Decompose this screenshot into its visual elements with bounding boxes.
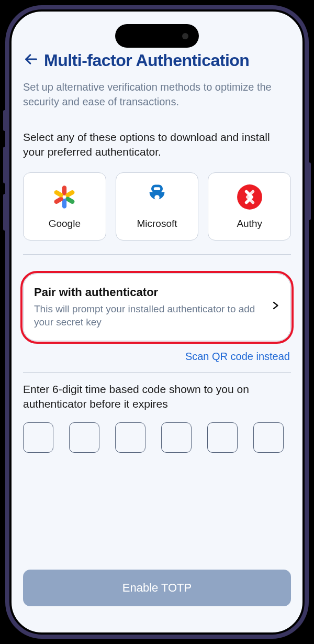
microsoft-authenticator-icon	[143, 183, 171, 211]
divider	[23, 372, 291, 373]
code-digit-input[interactable]	[253, 422, 284, 453]
apps-prompt: Select any of these options to download …	[23, 130, 291, 160]
app-name-label: Google	[49, 218, 81, 230]
svg-rect-7	[152, 186, 161, 192]
page-title: Multi-factor Authentication	[44, 51, 249, 70]
authenticator-apps-row: Google Microsoft	[23, 172, 291, 241]
svg-point-10	[237, 184, 262, 210]
google-authenticator-card[interactable]: Google	[23, 172, 106, 241]
code-prompt: Enter 6-digit time based code shown to y…	[23, 382, 291, 412]
code-digit-input[interactable]	[207, 422, 238, 453]
phone-screen: Multi-factor Authentication Set up alter…	[9, 9, 305, 635]
code-digit-input[interactable]	[115, 422, 145, 453]
google-authenticator-icon	[51, 183, 78, 211]
svg-rect-9	[156, 199, 159, 204]
phone-frame: Multi-factor Authentication Set up alter…	[5, 5, 309, 639]
app-name-label: Microsoft	[137, 218, 177, 230]
volume-up-button	[3, 147, 6, 183]
power-button	[308, 162, 311, 220]
dynamic-island	[115, 24, 199, 48]
divider	[23, 254, 291, 255]
code-input-row	[23, 422, 291, 453]
back-arrow-icon[interactable]	[23, 52, 39, 69]
chevron-right-icon	[271, 299, 280, 315]
code-digit-input[interactable]	[23, 422, 53, 453]
page-subtitle: Set up alternative verification methods …	[23, 80, 291, 109]
enable-totp-button[interactable]: Enable TOTP	[23, 570, 291, 606]
code-digit-input[interactable]	[161, 422, 192, 453]
authy-card[interactable]: Authy	[208, 172, 291, 241]
side-button	[3, 110, 6, 131]
microsoft-authenticator-card[interactable]: Microsoft	[116, 172, 199, 241]
pair-authenticator-card[interactable]: Pair with authenticator This will prompt…	[23, 274, 291, 341]
app-name-label: Authy	[237, 218, 262, 230]
authy-icon	[236, 183, 263, 211]
pair-title: Pair with authenticator	[34, 286, 264, 299]
scan-qr-link[interactable]: Scan QR code instead	[23, 351, 290, 363]
pair-description: This will prompt your installed authenti…	[34, 302, 264, 329]
code-digit-input[interactable]	[69, 422, 99, 453]
volume-down-button	[3, 194, 6, 231]
